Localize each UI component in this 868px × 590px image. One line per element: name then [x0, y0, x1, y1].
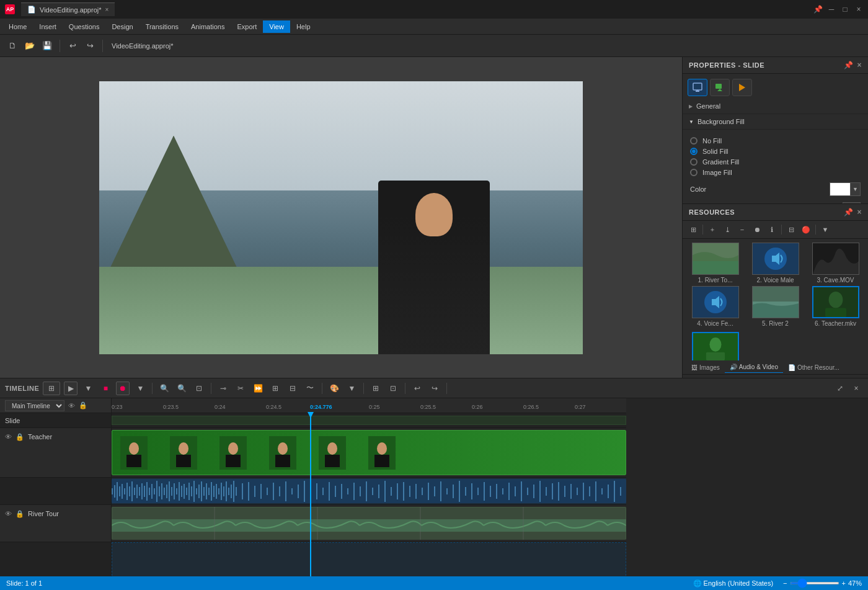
resources-info[interactable]: ℹ — [765, 223, 779, 236]
menu-insert[interactable]: Insert — [33, 20, 63, 33]
file-tab-close[interactable]: × — [105, 6, 108, 13]
menu-questions[interactable]: Questions — [63, 20, 106, 33]
tl-chroma-dropdown[interactable]: ▼ — [345, 382, 358, 395]
resources-grid-view[interactable]: ⊞ — [686, 223, 700, 236]
tl-cursor[interactable]: ⊞ — [369, 382, 383, 395]
tl-trim[interactable]: ✂ — [234, 382, 247, 395]
resources-close[interactable]: × — [857, 208, 862, 217]
tl-redo[interactable]: ↪ — [428, 382, 441, 395]
resources-more[interactable]: ▼ — [818, 223, 832, 236]
tl-expand-btn[interactable]: ⤢ — [833, 382, 847, 395]
track-river-eye[interactable]: 👁 — [5, 510, 12, 517]
svg-rect-44 — [129, 486, 130, 496]
properties-pin[interactable]: 📌 — [844, 61, 854, 69]
solid-fill-radio[interactable] — [690, 148, 698, 155]
image-fill-radio[interactable] — [690, 169, 698, 176]
resources-record[interactable]: ⏺ — [750, 223, 764, 236]
canvas-area[interactable] — [0, 57, 682, 378]
prop-tab-slide[interactable] — [688, 79, 707, 96]
track-teacher-lock[interactable]: 🔒 — [16, 433, 24, 441]
track-main-lock[interactable]: 🔒 — [79, 401, 87, 409]
bg-fill-section-header[interactable]: ▼ Background Fill — [683, 114, 868, 130]
resources-filter2[interactable]: 🔴 — [799, 223, 813, 236]
menu-transitions[interactable]: Transitions — [140, 20, 185, 33]
tl-play-dropdown[interactable]: ▼ — [81, 382, 95, 395]
prop-tab-interactivity[interactable] — [732, 79, 752, 96]
minimize-button[interactable]: ─ — [827, 5, 836, 14]
resource-item[interactable]: 1. River To... — [686, 243, 744, 284]
tl-crop[interactable]: ⊞ — [268, 382, 282, 395]
no-fill-radio[interactable] — [690, 137, 698, 145]
no-fill-option[interactable]: No Fill — [690, 137, 861, 145]
menu-design[interactable]: Design — [105, 20, 139, 33]
tl-sep5 — [405, 383, 405, 394]
tl-snap-btn[interactable]: ⊞ — [43, 382, 60, 395]
tl-split[interactable]: ⊸ — [216, 382, 230, 395]
menu-view[interactable]: View — [263, 20, 290, 33]
tl-zoom-fit[interactable]: ⊡ — [192, 382, 206, 395]
resource-item[interactable]: 5. River 2 — [746, 286, 804, 327]
close-button[interactable]: × — [854, 5, 863, 14]
tl-caption[interactable]: ⊡ — [386, 382, 400, 395]
tl-stop-btn[interactable]: ■ — [99, 382, 112, 395]
resource-item[interactable]: 6. Teacher.mkv — [807, 286, 864, 327]
res-tab-audio-video[interactable]: 🔊 Audio & Video — [725, 362, 783, 373]
pin-button[interactable]: 📌 — [813, 5, 822, 14]
tl-insert-silence[interactable]: ⊟ — [286, 382, 299, 395]
tl-close-btn[interactable]: × — [849, 382, 863, 395]
menu-animations[interactable]: Animations — [185, 20, 231, 33]
timeline-selector[interactable]: Main Timeline — [5, 400, 64, 411]
tl-record-btn[interactable]: ⏺ — [116, 382, 130, 395]
general-section-header[interactable]: ▶ General — [683, 99, 868, 114]
svg-rect-68 — [188, 483, 190, 500]
undo-btn[interactable]: ↩ — [65, 38, 80, 53]
solid-fill-option[interactable]: Solid Fill — [690, 148, 861, 155]
resource-item[interactable]: 2. Voice Male — [746, 243, 804, 284]
gradient-fill-option[interactable]: Gradient Fill — [690, 158, 861, 166]
resource-item-selected[interactable]: 7. Teacher_1 — [686, 332, 744, 360]
res-tab-images[interactable]: 🖼 Images — [686, 362, 725, 373]
resources-add[interactable]: + — [706, 223, 719, 236]
svg-rect-137 — [546, 487, 547, 496]
image-fill-option[interactable]: Image Fill — [690, 169, 861, 176]
properties-close[interactable]: × — [857, 61, 862, 69]
save-btn[interactable]: 💾 — [40, 38, 55, 53]
resources-pin[interactable]: 📌 — [844, 208, 854, 217]
maximize-button[interactable]: □ — [841, 5, 849, 14]
zoom-in-icon[interactable]: + — [842, 579, 846, 587]
prop-tab-animation[interactable] — [710, 79, 730, 96]
redo-btn[interactable]: ↪ — [82, 38, 97, 53]
resources-filter1[interactable]: ⊟ — [784, 223, 798, 236]
res-tab-other[interactable]: 📄 Other Resour... — [783, 362, 844, 373]
open-btn[interactable]: 📂 — [22, 38, 37, 53]
menu-help[interactable]: Help — [290, 20, 317, 33]
gradient-fill-radio[interactable] — [690, 158, 698, 166]
tl-undo[interactable]: ↩ — [410, 382, 424, 395]
menu-home[interactable]: Home — [2, 20, 33, 33]
tl-chroma[interactable]: 🎨 — [327, 382, 341, 395]
tl-noise[interactable]: 〜 — [303, 382, 317, 395]
tl-zoom-out[interactable]: 🔍 — [157, 382, 171, 395]
new-btn[interactable]: 🗋 — [5, 38, 20, 53]
menu-export[interactable]: Export — [231, 20, 263, 33]
resource-item[interactable]: 3. Cave.MOV — [807, 243, 864, 284]
resources-delete[interactable]: − — [735, 223, 749, 236]
file-tab[interactable]: 📄 VideoEditing.approj* × — [21, 2, 115, 16]
tl-speed[interactable]: ⏩ — [251, 382, 265, 395]
track-teacher-eye[interactable]: 👁 — [5, 433, 12, 440]
resource-item[interactable]: 4. Voice Fe... — [686, 286, 744, 327]
resources-import[interactable]: ⤓ — [720, 223, 734, 236]
tl-zoom-in[interactable]: 🔍 — [175, 382, 188, 395]
color-picker[interactable]: ▼ — [830, 182, 861, 196]
zoom-out-icon[interactable]: − — [783, 579, 787, 587]
tl-sep6 — [446, 383, 447, 394]
tl-rec-dropdown[interactable]: ▼ — [133, 382, 147, 395]
color-dropdown-arrow[interactable]: ▼ — [850, 183, 860, 195]
track-river-lock[interactable]: 🔒 — [16, 510, 24, 518]
playhead[interactable] — [310, 413, 311, 576]
timeline-section: TIMELINE ⊞ ▶ ▼ ■ ⏺ ▼ 🔍 🔍 ⊡ ⊸ ✂ ⏩ ⊞ ⊟ 〜 🎨 — [0, 378, 868, 576]
tl-play-btn[interactable]: ▶ — [64, 382, 78, 395]
track-main-eye[interactable]: 👁 — [68, 402, 75, 409]
zoom-slider[interactable] — [790, 582, 839, 584]
svg-rect-41 — [122, 484, 123, 499]
